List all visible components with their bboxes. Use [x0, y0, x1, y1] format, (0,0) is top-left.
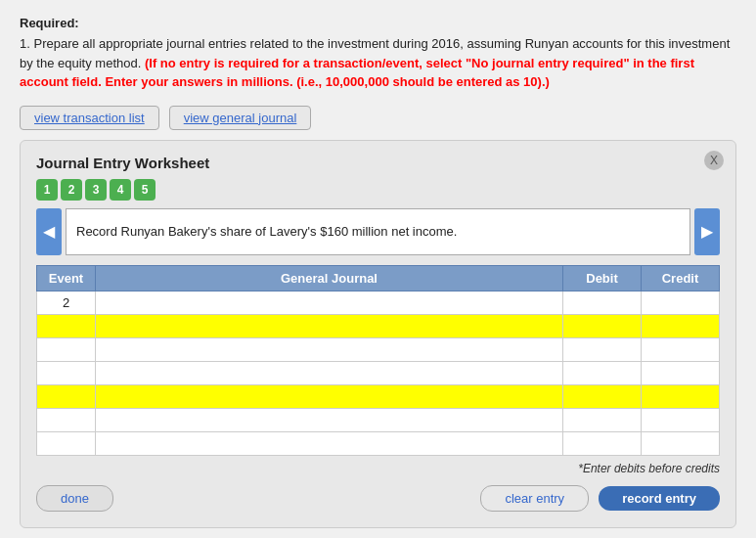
debit-cell[interactable]: [563, 361, 642, 384]
table-row: [37, 361, 720, 384]
debit-input[interactable]: [563, 409, 641, 431]
event-cell: [37, 384, 96, 408]
tab-5[interactable]: 5: [134, 179, 156, 201]
debit-cell[interactable]: [563, 384, 642, 408]
credit-input[interactable]: [642, 432, 719, 455]
credit-cell[interactable]: [642, 431, 720, 455]
credit-cell[interactable]: [642, 408, 720, 431]
credit-cell[interactable]: [642, 337, 720, 361]
debit-input[interactable]: [563, 291, 641, 314]
debit-input[interactable]: [563, 385, 641, 408]
col-header-event: Event: [37, 265, 96, 291]
note-text: *Enter debits before credits: [36, 462, 720, 475]
bottom-btn-row: done clear entry record entry: [36, 485, 720, 512]
tab-2[interactable]: 2: [61, 179, 82, 201]
general-journal-cell[interactable]: [96, 408, 563, 431]
tab-3[interactable]: 3: [85, 179, 107, 201]
debit-cell[interactable]: [563, 291, 642, 314]
col-header-credit: Credit: [642, 265, 720, 291]
worksheet-title: Journal Entry Worksheet: [36, 155, 720, 171]
general-journal-input[interactable]: [96, 315, 562, 337]
debit-cell[interactable]: [563, 314, 642, 337]
view-transaction-list-button[interactable]: view transaction list: [20, 106, 159, 130]
debit-cell[interactable]: [563, 408, 642, 431]
general-journal-cell[interactable]: [96, 384, 563, 408]
view-general-journal-button[interactable]: view general journal: [169, 106, 312, 130]
table-row: [37, 384, 720, 408]
next-arrow-button[interactable]: ▶: [694, 208, 720, 255]
general-journal-cell[interactable]: [96, 314, 563, 337]
worksheet-container: Journal Entry Worksheet X 1 2 3 4 5 ◀ Re…: [20, 140, 736, 528]
debit-input[interactable]: [563, 315, 641, 337]
required-label: Required:: [20, 16, 736, 30]
journal-table: Event General Journal Debit Credit 2: [36, 265, 720, 456]
general-journal-input[interactable]: [96, 432, 562, 455]
credit-input[interactable]: [642, 291, 719, 314]
debit-cell[interactable]: [563, 337, 642, 361]
event-cell: [37, 361, 96, 384]
prev-arrow-button[interactable]: ◀: [36, 208, 62, 255]
general-journal-input[interactable]: [96, 409, 562, 431]
col-header-general-journal: General Journal: [96, 265, 563, 291]
debit-cell[interactable]: [563, 431, 642, 455]
debit-input[interactable]: [563, 432, 641, 455]
general-journal-input[interactable]: [96, 385, 562, 408]
event-cell: [37, 431, 96, 455]
instructions: 1. Prepare all appropriate journal entri…: [20, 34, 736, 92]
general-journal-cell[interactable]: [96, 291, 563, 314]
tab-4[interactable]: 4: [110, 179, 131, 201]
credit-input[interactable]: [642, 315, 719, 337]
table-row: [37, 408, 720, 431]
credit-cell[interactable]: [642, 314, 720, 337]
done-button[interactable]: done: [36, 485, 113, 512]
credit-input[interactable]: [642, 338, 719, 361]
table-row: [37, 337, 720, 361]
col-header-debit: Debit: [563, 265, 642, 291]
tab-1[interactable]: 1: [36, 179, 58, 201]
credit-input[interactable]: [642, 362, 719, 384]
table-row: [37, 431, 720, 455]
credit-input[interactable]: [642, 385, 719, 408]
credit-input[interactable]: [642, 409, 719, 431]
general-journal-cell[interactable]: [96, 361, 563, 384]
event-cell: [37, 337, 96, 361]
instruction-number: 1.: [20, 36, 30, 51]
credit-cell[interactable]: [642, 384, 720, 408]
table-row: 2: [37, 291, 720, 314]
general-journal-input[interactable]: [96, 338, 562, 361]
debit-input[interactable]: [563, 362, 641, 384]
general-journal-input[interactable]: [96, 362, 562, 384]
event-cell: 2: [37, 291, 96, 314]
event-cell: [37, 314, 96, 337]
description-box: Record Runyan Bakery's share of Lavery's…: [66, 208, 690, 255]
close-button[interactable]: X: [704, 151, 724, 170]
description-row: ◀ Record Runyan Bakery's share of Lavery…: [36, 208, 720, 255]
record-entry-button[interactable]: record entry: [599, 486, 720, 511]
credit-cell[interactable]: [642, 361, 720, 384]
credit-cell[interactable]: [642, 291, 720, 314]
general-journal-input[interactable]: [96, 291, 562, 314]
general-journal-cell[interactable]: [96, 337, 563, 361]
debit-input[interactable]: [563, 338, 641, 361]
tab-row: 1 2 3 4 5: [36, 179, 720, 201]
clear-entry-button[interactable]: clear entry: [480, 485, 589, 512]
event-cell: [37, 408, 96, 431]
general-journal-cell[interactable]: [96, 431, 563, 455]
table-row: [37, 314, 720, 337]
